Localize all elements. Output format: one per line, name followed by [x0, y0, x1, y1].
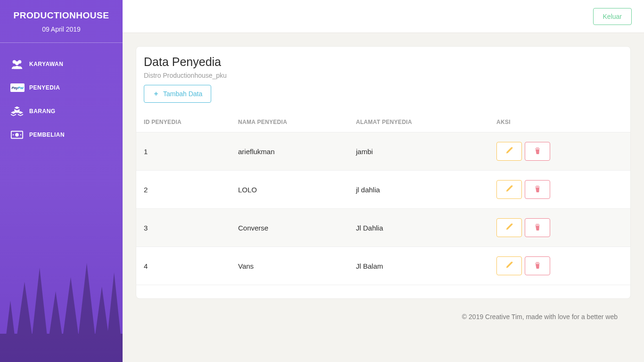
trash-icon	[534, 223, 541, 232]
svg-point-5	[15, 133, 18, 136]
pencil-icon	[505, 147, 513, 156]
cubes-icon	[10, 105, 26, 117]
delete-button[interactable]	[525, 142, 550, 161]
th-id: ID PENYEDIA	[136, 112, 231, 132]
card-header: Data Penyedia Distro Productionhouse_pku…	[136, 47, 630, 108]
table-row: 3ConverseJl Dahlia	[136, 209, 630, 247]
pencil-icon	[505, 262, 513, 271]
users-icon	[10, 58, 26, 70]
table-header-row: ID PENYEDIA NAMA PENYEDIA ALAMAT PENYEDI…	[136, 112, 630, 132]
sidebar-item-pembelian[interactable]: PEMBELIAN	[0, 123, 123, 147]
sidebar-item-barang[interactable]: BARANG	[0, 99, 123, 123]
main: Keluar Data Penyedia Distro Productionho…	[123, 0, 644, 362]
penyedia-table: ID PENYEDIA NAMA PENYEDIA ALAMAT PENYEDI…	[136, 112, 630, 285]
sidebar-item-karyawan[interactable]: KARYAWAN	[0, 52, 123, 76]
footer-text: © 2019 Creative Tim, made with love for …	[136, 299, 631, 329]
paypal-icon: PayPal	[10, 82, 26, 94]
cell-alamat: jl dahlia	[348, 171, 489, 209]
table-row: 4VansJl Balam	[136, 247, 630, 285]
sidebar: PRODUCTIONHOUSE 09 April 2019	[0, 0, 123, 362]
sidebar-item-label: PEMBELIAN	[29, 132, 65, 138]
sidebar-item-label: BARANG	[29, 108, 56, 115]
delete-button[interactable]	[525, 256, 550, 275]
edit-button[interactable]	[496, 256, 522, 275]
pencil-icon	[505, 185, 513, 194]
table-body: 1arieflukmanjambi2LOLOjl dahlia3Converse…	[136, 132, 630, 285]
cell-nama: arieflukman	[231, 132, 348, 171]
svg-point-6	[13, 134, 14, 135]
delete-button[interactable]	[525, 218, 550, 237]
edit-button[interactable]	[496, 218, 522, 237]
sidebar-item-penyedia[interactable]: PayPal PENYEDIA	[0, 76, 123, 99]
th-alamat: ALAMAT PENYEDIA	[348, 112, 489, 132]
svg-point-7	[20, 134, 21, 135]
edit-button[interactable]	[496, 180, 522, 199]
cell-alamat: Jl Dahlia	[348, 209, 489, 247]
add-data-button[interactable]: ＋ Tambah Data	[144, 85, 211, 103]
content: Data Penyedia Distro Productionhouse_pku…	[123, 33, 644, 362]
page-title: Data Penyedia	[144, 55, 623, 69]
cell-id: 2	[136, 171, 231, 209]
brand-date: 09 April 2019	[5, 25, 118, 33]
table-row: 1arieflukmanjambi	[136, 132, 630, 171]
cell-alamat: jambi	[348, 132, 489, 171]
plus-icon: ＋	[153, 90, 159, 98]
money-icon	[10, 129, 26, 141]
trash-icon	[534, 185, 541, 194]
cell-aksi	[489, 209, 630, 247]
logout-button[interactable]: Keluar	[593, 8, 632, 25]
add-data-label: Tambah Data	[163, 90, 202, 98]
cell-id: 1	[136, 132, 231, 171]
cell-nama: Vans	[231, 247, 348, 285]
cell-id: 3	[136, 209, 231, 247]
th-nama: NAMA PENYEDIA	[231, 112, 348, 132]
sidebar-header: PRODUCTIONHOUSE 09 April 2019	[0, 0, 123, 42]
edit-button[interactable]	[496, 142, 522, 161]
card-body: ID PENYEDIA NAMA PENYEDIA ALAMAT PENYEDI…	[136, 112, 630, 298]
sidebar-item-label: PENYEDIA	[29, 84, 60, 91]
pencil-icon	[505, 223, 513, 232]
sidebar-nav: KARYAWAN PayPal PENYEDIA	[0, 49, 123, 149]
delete-button[interactable]	[525, 180, 550, 199]
brand-title[interactable]: PRODUCTIONHOUSE	[5, 10, 118, 21]
card-subtitle: Distro Productionhouse_pku	[144, 72, 623, 79]
table-row: 2LOLOjl dahlia	[136, 171, 630, 209]
cell-nama: LOLO	[231, 171, 348, 209]
svg-point-3	[15, 61, 19, 65]
cell-id: 4	[136, 247, 231, 285]
cell-aksi	[489, 171, 630, 209]
trash-icon	[534, 147, 541, 156]
trash-icon	[534, 262, 541, 271]
sidebar-item-label: KARYAWAN	[29, 61, 63, 67]
th-aksi: AKSI	[489, 112, 630, 132]
cell-aksi	[489, 132, 630, 171]
cell-alamat: Jl Balam	[348, 247, 489, 285]
card-penyedia: Data Penyedia Distro Productionhouse_pku…	[136, 46, 631, 299]
cell-nama: Converse	[231, 209, 348, 247]
sidebar-separator	[0, 42, 123, 43]
topbar: Keluar	[123, 0, 644, 33]
cell-aksi	[489, 247, 630, 285]
